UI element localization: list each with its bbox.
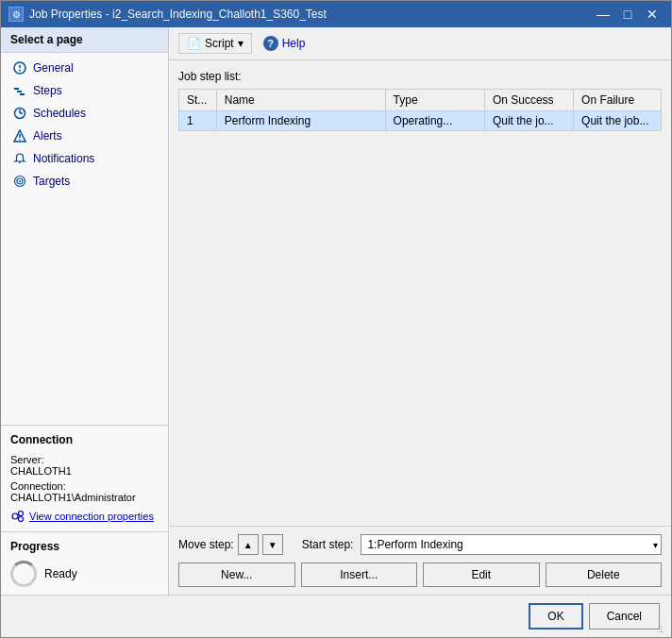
sidebar-item-targets[interactable]: Targets [1, 170, 168, 193]
insert-button[interactable]: Insert... [301, 562, 418, 587]
col-on-failure: On Failure [574, 90, 662, 111]
move-step-label: Move step: [178, 538, 234, 551]
help-icon: ? [263, 36, 278, 51]
col-type: Type [385, 90, 484, 111]
sidebar-item-label-notifications: Notifications [33, 152, 94, 165]
sidebar-item-label-targets: Targets [33, 175, 70, 188]
new-button[interactable]: New... [178, 562, 295, 587]
svg-point-18 [19, 517, 24, 522]
progress-status: Ready [44, 567, 77, 580]
job-step-list-label: Job step list: [178, 70, 662, 83]
progress-spinner [10, 561, 37, 587]
minimize-button[interactable]: — [592, 5, 614, 24]
sidebar-item-label-general: General [33, 61, 74, 75]
view-connection-properties-link[interactable]: View connection properties [10, 509, 159, 524]
ok-button[interactable]: OK [529, 603, 582, 630]
right-panel: 📄 Script ▾ ? Help Job step list: St... N [169, 27, 671, 595]
delete-button[interactable]: Delete [546, 562, 663, 587]
help-button[interactable]: ? Help [256, 33, 313, 54]
cell-on-failure: Quit the job... [574, 111, 662, 131]
cell-on-success: Quit the jo... [484, 111, 573, 131]
notifications-icon [12, 151, 27, 166]
connection-properties-icon [10, 509, 25, 524]
nav-items: General Steps Schedules [1, 53, 168, 425]
schedules-icon [12, 106, 27, 121]
select-page-header: Select a page [1, 27, 168, 53]
cancel-button[interactable]: Cancel [589, 603, 660, 630]
start-step-section: Start step: 1:Perform Indexing ▾ [302, 534, 662, 555]
sidebar-item-label-steps: Steps [33, 84, 62, 97]
move-step-section: Move step: ▲ ▼ [178, 534, 283, 555]
resize-grip[interactable]: ⟘ [658, 624, 669, 635]
sidebar-item-label-schedules: Schedules [33, 107, 86, 120]
connection-header: Connection [10, 433, 159, 446]
help-label: Help [282, 37, 306, 50]
dialog-footer: OK Cancel [1, 595, 671, 637]
col-step: St... [179, 90, 217, 111]
connection-link-text: View connection properties [29, 511, 154, 522]
title-bar: ⚙ Job Properties - i2_Search_Indexing_Ch… [1, 1, 671, 27]
svg-point-2 [19, 70, 21, 72]
close-button[interactable]: ✕ [641, 5, 664, 24]
connection-label: Connection: CHALLOTH1\Administrator [10, 480, 159, 503]
svg-point-17 [19, 512, 24, 516]
main-content: Job step list: St... Name Type On Succes… [169, 60, 671, 526]
toolbar: 📄 Script ▾ ? Help [169, 27, 671, 60]
progress-header: Progress [10, 540, 159, 553]
col-on-success: On Success [484, 90, 573, 111]
left-panel: Select a page General Steps [1, 27, 169, 595]
job-step-table: St... Name Type On Success On Failure 1 … [178, 89, 662, 131]
svg-point-15 [19, 180, 21, 182]
action-buttons: New... Insert... Edit Delete [178, 562, 662, 587]
bottom-controls: Move step: ▲ ▼ Start step: 1:Perform Ind… [169, 526, 671, 595]
move-down-button[interactable]: ▼ [262, 534, 283, 555]
script-button[interactable]: 📄 Script ▾ [178, 33, 252, 54]
connection-value: CHALLOTH1\Administrator [10, 492, 136, 503]
alerts-icon [12, 128, 27, 143]
sidebar-item-label-alerts: Alerts [33, 129, 62, 143]
connection-section: Connection Server: CHALLOTH1 Connection:… [1, 425, 168, 531]
script-icon: 📄 [187, 37, 201, 50]
progress-section: Progress Ready [1, 531, 168, 595]
move-up-button[interactable]: ▲ [238, 534, 259, 555]
maximize-button[interactable]: □ [616, 5, 639, 24]
svg-rect-4 [17, 91, 22, 92]
sidebar-item-notifications[interactable]: Notifications [1, 147, 168, 170]
server-label: Server: CHALLOTH1 [10, 454, 159, 477]
edit-button[interactable]: Edit [423, 562, 540, 587]
cell-name: Perform Indexing [216, 111, 385, 131]
cell-type: Operating... [385, 111, 484, 131]
window-title: Job Properties - i2_Search_Indexing_Chal… [29, 8, 327, 21]
server-value: CHALLOTH1 [10, 465, 72, 477]
steps-icon [12, 83, 27, 98]
sidebar-item-steps[interactable]: Steps [1, 79, 168, 102]
col-name: Name [216, 90, 385, 111]
cell-step: 1 [179, 111, 217, 131]
script-label: Script [205, 37, 234, 50]
start-step-dropdown[interactable]: 1:Perform Indexing [361, 534, 662, 555]
svg-rect-3 [14, 88, 19, 90]
window-icon: ⚙ [8, 7, 24, 22]
sidebar-item-general[interactable]: General [1, 57, 168, 79]
targets-icon [12, 174, 27, 189]
svg-point-16 [12, 513, 18, 519]
general-icon [12, 60, 27, 76]
svg-rect-5 [20, 93, 25, 95]
svg-point-11 [19, 139, 21, 141]
sidebar-item-schedules[interactable]: Schedules [1, 102, 168, 125]
sidebar-item-alerts[interactable]: Alerts [1, 125, 168, 147]
start-step-label: Start step: [302, 538, 354, 551]
script-dropdown-arrow: ▾ [238, 37, 244, 50]
table-row[interactable]: 1 Perform Indexing Operating... Quit the… [179, 111, 662, 131]
